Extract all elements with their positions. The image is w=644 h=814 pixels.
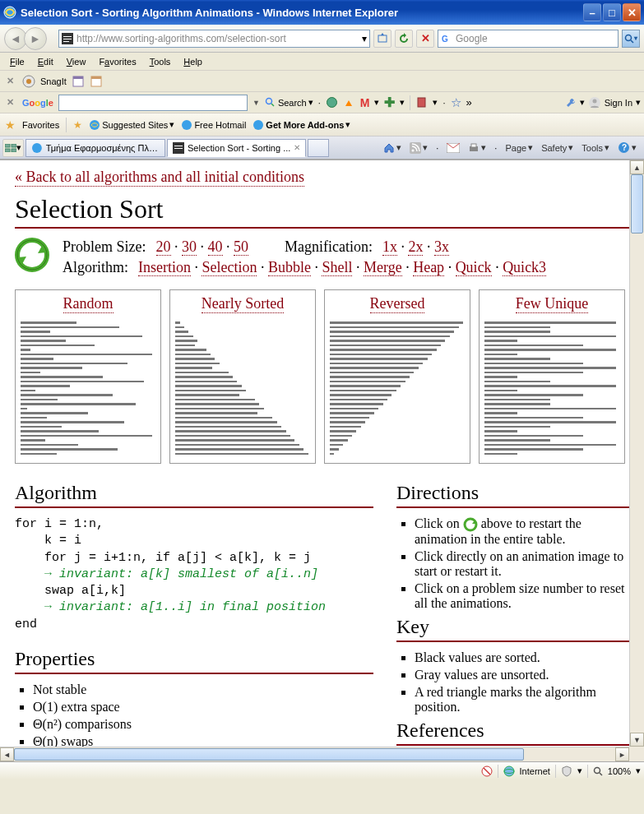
tab-2[interactable]: Selection Sort - Sorting ... ✕ <box>167 139 306 157</box>
vertical-scrollbar[interactable]: ▲ ▼ <box>629 160 644 747</box>
compat-view-button[interactable] <box>373 30 391 48</box>
snagit-label[interactable]: SnagIt <box>40 76 67 86</box>
animation-header[interactable]: Random <box>63 295 114 313</box>
tab-bar: ▾ Τμήμα Εφαρμοσμένης Πλη... Selection So… <box>0 136 644 160</box>
menu-favorites[interactable]: Favorites <box>93 55 141 68</box>
popup-blocked-icon[interactable] <box>481 765 493 777</box>
algo-shell-link[interactable]: Shell <box>322 259 352 276</box>
gmail-icon[interactable]: M <box>360 96 370 109</box>
protected-mode-icon[interactable] <box>561 765 572 777</box>
zoom-level[interactable]: 100% <box>608 766 631 776</box>
favorites-star-icon[interactable]: ★ <box>5 118 16 132</box>
size-40-link[interactable]: 40 <box>208 238 223 256</box>
animation-header[interactable]: Few Unique <box>516 295 589 313</box>
add-favorite-icon[interactable]: ★ <box>73 119 82 131</box>
google-search-input[interactable] <box>58 95 248 111</box>
refresh-button[interactable] <box>395 30 413 48</box>
directions-list: Click on above to restart the animation … <box>396 516 629 611</box>
more-icon[interactable]: » <box>466 96 472 109</box>
tab-1[interactable]: Τμήμα Εφαρμοσμένης Πλη... <box>25 139 165 157</box>
algo-bubble-link[interactable]: Bubble <box>268 259 311 276</box>
page-menu[interactable]: Page ▾ <box>505 142 533 153</box>
print-button[interactable]: ▾ <box>468 142 486 154</box>
search-box[interactable]: G Google <box>438 30 619 48</box>
home-button[interactable]: ▾ <box>383 142 401 154</box>
suggested-sites-button[interactable]: Suggested Sites ▾ <box>89 119 174 131</box>
snagit-close-button[interactable]: ✕ <box>3 76 17 86</box>
google-search-button[interactable]: Search ▾ <box>265 97 313 109</box>
scroll-left-button[interactable]: ◄ <box>0 747 14 761</box>
menu-help[interactable]: Help <box>178 55 208 68</box>
animation-cell[interactable]: Nearly Sorted <box>169 289 316 464</box>
globe-icon[interactable] <box>326 96 338 109</box>
key-heading: Key <box>396 616 629 638</box>
snagit-toolbar: ✕ SnagIt <box>0 71 644 92</box>
back-to-all-link[interactable]: « Back to all algorithms and all initial… <box>15 169 304 187</box>
algo-selection-link[interactable]: Selection <box>202 259 257 276</box>
add-icon[interactable]: ✚ <box>384 95 395 110</box>
google-search-dropdown[interactable]: ▼ <box>253 99 260 107</box>
bookmarks-icon[interactable] <box>415 96 428 109</box>
scroll-down-button[interactable]: ▼ <box>630 733 644 747</box>
menu-edit[interactable]: Edit <box>32 55 59 68</box>
animation-header[interactable]: Nearly Sorted <box>202 295 284 313</box>
reload-all-icon[interactable] <box>15 238 49 272</box>
help-button[interactable]: ?▾ <box>618 141 637 154</box>
horizontal-scrollbar[interactable]: ◄ ► <box>0 747 629 761</box>
wrench-icon[interactable] <box>565 97 577 109</box>
size-50-link[interactable]: 50 <box>234 238 248 256</box>
address-dropdown-icon[interactable]: ▾ <box>362 33 367 44</box>
read-mail-button[interactable] <box>447 143 460 153</box>
mag-2x-link[interactable]: 2x <box>408 238 423 256</box>
scroll-thumb[interactable] <box>14 748 524 761</box>
window-close-button[interactable]: ✕ <box>623 3 641 21</box>
svg-rect-27 <box>5 149 10 152</box>
share-icon[interactable] <box>343 96 355 109</box>
sort-visualization <box>330 321 465 455</box>
snagit-tool2-icon[interactable] <box>90 75 103 88</box>
algo-quick-link[interactable]: Quick <box>456 259 492 276</box>
menu-view[interactable]: View <box>61 55 92 68</box>
animation-header[interactable]: Reversed <box>370 295 425 313</box>
menu-file[interactable]: File <box>4 55 30 68</box>
favorites-label[interactable]: Favorites <box>22 120 59 130</box>
search-go-button[interactable]: ▾ <box>622 30 640 48</box>
algo-heap-link[interactable]: Heap <box>413 259 444 276</box>
size-20-link[interactable]: 20 <box>156 238 171 256</box>
google-toolbar-close-button[interactable]: ✕ <box>3 97 17 108</box>
zoom-icon[interactable] <box>593 766 603 776</box>
animation-cell[interactable]: Reversed <box>324 289 470 464</box>
window-maximize-button[interactable]: □ <box>603 3 621 21</box>
scroll-up-button[interactable]: ▲ <box>630 160 644 174</box>
stop-button[interactable]: ✕ <box>416 30 434 48</box>
algo-insertion-link[interactable]: Insertion <box>138 259 191 276</box>
mag-1x-link[interactable]: 1x <box>382 238 397 256</box>
algo-merge-link[interactable]: Merge <box>364 259 402 276</box>
zoom-dropdown[interactable]: ▾ <box>636 765 641 776</box>
forward-button[interactable]: ► <box>24 27 47 50</box>
mag-3x-link[interactable]: 3x <box>434 238 449 256</box>
size-30-link[interactable]: 30 <box>182 238 197 256</box>
snagit-tool1-icon[interactable] <box>72 75 85 88</box>
address-bar[interactable]: http://www.sorting-algorithms.com/select… <box>58 30 370 48</box>
signin-button[interactable]: Sign In <box>605 98 632 108</box>
algo-quick3-link[interactable]: Quick3 <box>503 259 546 276</box>
safety-menu[interactable]: Safety ▾ <box>541 142 573 153</box>
quick-tabs-button[interactable]: ▾ <box>2 139 24 157</box>
star-icon[interactable]: ☆ <box>451 95 461 110</box>
scroll-corner <box>629 747 644 761</box>
free-hotmail-button[interactable]: Free Hotmail <box>181 119 246 131</box>
scroll-right-button[interactable]: ► <box>615 747 629 761</box>
new-tab-button[interactable] <box>308 139 329 157</box>
get-addons-button[interactable]: Get More Add-ons ▾ <box>253 119 350 131</box>
ie-icon <box>3 6 16 19</box>
tools-menu[interactable]: Tools ▾ <box>581 142 609 153</box>
window-minimize-button[interactable]: – <box>583 3 601 21</box>
animation-cell[interactable]: Few Unique <box>479 289 625 464</box>
list-item: Θ(n) swaps <box>33 734 373 747</box>
menu-tools[interactable]: Tools <box>144 55 177 68</box>
scroll-thumb[interactable] <box>631 174 643 234</box>
tab-close-button[interactable]: ✕ <box>294 143 300 152</box>
animation-cell[interactable]: Random <box>15 289 161 464</box>
feeds-button[interactable]: ▾ <box>410 142 428 154</box>
